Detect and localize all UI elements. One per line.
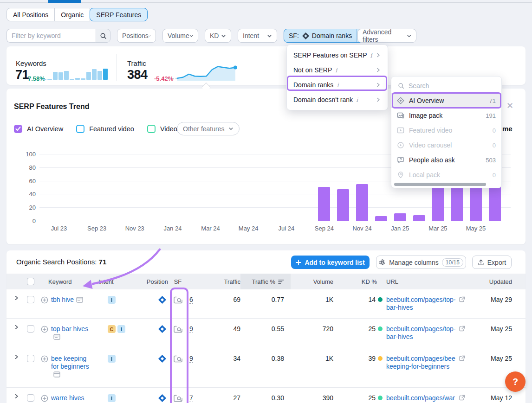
volume-value: 1K — [291, 348, 333, 362]
keyword-link[interactable]: bee keeping for beginners — [51, 355, 90, 379]
positions-filter-dropdown[interactable]: Positions — [117, 29, 156, 43]
row-checkbox[interactable] — [27, 296, 34, 303]
column-header-traffic[interactable]: Traffic — [201, 274, 240, 289]
column-header-url[interactable]: URL — [386, 274, 474, 289]
position-value[interactable]: 6 — [189, 296, 193, 304]
add-keyword-to-list-button[interactable] — [41, 395, 48, 403]
expand-row-button[interactable] — [14, 319, 27, 330]
select-all-checkbox[interactable] — [27, 278, 34, 285]
open-url-button[interactable] — [459, 395, 465, 403]
url-link[interactable]: beebuilt.com/pages/beekeeping-for-beginn… — [386, 355, 455, 370]
add-to-keyword-list-button[interactable]: Add to keyword list — [291, 256, 370, 269]
export-button[interactable]: Export — [472, 256, 512, 269]
keyword-filter-input[interactable] — [6, 29, 96, 43]
add-keyword-to-list-button[interactable] — [41, 355, 48, 379]
menu-item-domain-ranks[interactable]: Domain ranks i — [287, 77, 388, 92]
check-icon — [15, 127, 21, 131]
url-link[interactable]: beebuilt.com/pages/war — [386, 394, 455, 402]
url-link[interactable]: beebuilt.com/pages/top-bar-hives — [386, 325, 455, 340]
column-header-volume[interactable]: Volume — [291, 274, 333, 289]
other-features-dropdown[interactable]: Other features — [177, 122, 240, 135]
checkbox-featured-video[interactable] — [76, 125, 84, 133]
serp-snapshot-button[interactable] — [168, 289, 188, 304]
checkbox-label: AI Overview — [27, 125, 63, 133]
kd-value: 25 — [368, 325, 376, 333]
position-value[interactable]: 7 — [189, 394, 193, 402]
feature-count: 0 — [493, 127, 496, 134]
serp-snapshot-button[interactable] — [168, 319, 188, 333]
sort-descending-icon — [278, 279, 284, 284]
traffic-value: 49 — [201, 319, 240, 333]
open-url-button[interactable] — [459, 355, 465, 363]
sparkline-bar — [47, 79, 52, 80]
submenu-search[interactable]: Search — [391, 78, 501, 93]
submenu-item-people-also-ask[interactable]: People also ask503 — [391, 153, 501, 167]
chevron-right-icon — [376, 97, 381, 102]
serp-snapshot-button[interactable] — [168, 348, 188, 363]
help-button[interactable]: ? — [505, 371, 526, 392]
tab-serp-features[interactable]: SERP Features — [90, 8, 148, 21]
checkbox-video-carousel[interactable] — [147, 125, 156, 133]
keyword-link[interactable]: top bar hives — [51, 325, 90, 342]
row-checkbox[interactable] — [27, 325, 34, 333]
kd-filter-dropdown[interactable]: KD — [205, 29, 231, 43]
submenu-item-featured-video: Featured video0 — [391, 123, 501, 138]
search-button[interactable] — [96, 29, 110, 43]
people-also-ask-icon — [397, 156, 404, 164]
submenu-item-ai-overview[interactable]: AI Overview71 — [391, 93, 501, 108]
ai-overview-icon — [397, 97, 404, 104]
ai-overview-icon — [302, 32, 309, 39]
export-icon — [478, 259, 484, 266]
tab-all-positions[interactable]: All Positions — [6, 8, 55, 21]
position-value[interactable]: 9 — [189, 325, 193, 333]
advanced-filters-dropdown[interactable]: Advanced filters — [357, 29, 416, 43]
external-link-icon — [459, 296, 465, 303]
url-link[interactable]: beebuilt.com/pages/top-bar-hives — [386, 296, 455, 311]
open-url-button[interactable] — [459, 296, 465, 304]
intent-cell: I — [98, 289, 131, 304]
row-checkbox[interactable] — [27, 394, 34, 402]
kd-cell: 25 — [333, 388, 386, 402]
column-header-intent[interactable]: Intent — [98, 274, 131, 289]
add-keyword-to-list-button[interactable] — [41, 296, 48, 305]
trend-bar-oct-24 — [337, 189, 349, 221]
tab-organic[interactable]: Organic — [54, 8, 90, 21]
expand-row-button[interactable] — [14, 348, 27, 359]
volume-value: 1K — [291, 289, 333, 303]
open-url-button[interactable] — [459, 326, 465, 333]
row-checkbox[interactable] — [27, 355, 34, 362]
submenu-item-image-pack[interactable]: Image pack191 — [391, 108, 501, 123]
ai-overview-icon — [158, 325, 166, 333]
column-header-traffic[interactable]: Traffic % — [240, 274, 291, 289]
add-keyword-icon — [41, 355, 48, 363]
checkbox-ai-overview[interactable] — [14, 125, 22, 133]
position-value[interactable]: 9 — [189, 355, 193, 363]
kd-difficulty-dot — [378, 297, 383, 302]
column-header-updated[interactable]: Updated — [474, 274, 516, 289]
menu-item-domain-doesn-t-rank[interactable]: Domain doesn't rank i — [287, 92, 388, 107]
trend-title: SERP Features Trend — [14, 102, 89, 111]
position-feature-cell — [131, 319, 168, 333]
add-keyword-to-list-button[interactable] — [41, 326, 48, 342]
sf-domain-ranks-submenu: Search AI Overview71Image pack191Feature… — [391, 76, 502, 188]
keyword-link[interactable]: warre hives — [51, 394, 90, 403]
keyword-link[interactable]: tbh hive — [51, 296, 83, 305]
expand-row-button[interactable] — [14, 289, 27, 301]
column-header-sf[interactable]: SF — [168, 274, 188, 289]
menu-item-not-on-serp[interactable]: Not on SERP i — [287, 63, 388, 77]
expand-row-button[interactable] — [14, 388, 27, 399]
intent-filter-dropdown[interactable]: Intent — [238, 29, 277, 43]
horizontal-scrollbar[interactable] — [394, 183, 486, 186]
column-header-position[interactable]: Position — [131, 274, 168, 289]
column-header-kd[interactable]: KD % — [333, 274, 386, 289]
column-header-keyword[interactable]: Keyword — [41, 274, 98, 289]
manage-columns-button[interactable]: Manage columns 10/15 — [376, 256, 466, 269]
close-icon[interactable]: ✕ — [506, 102, 513, 110]
volume-value: 390 — [291, 388, 333, 402]
serp-snapshot-button[interactable] — [168, 388, 188, 403]
menu-item-serp-features-on-serp[interactable]: SERP Features on SERP i — [287, 48, 388, 63]
table-row-bee-keeping-for-beginners: bee keeping for beginners I 9 34 0.38 1K… — [6, 348, 526, 388]
serp-snapshot-icon — [173, 355, 183, 363]
volume-filter-dropdown[interactable]: Volume — [162, 29, 198, 43]
ai-overview-icon — [158, 296, 166, 304]
